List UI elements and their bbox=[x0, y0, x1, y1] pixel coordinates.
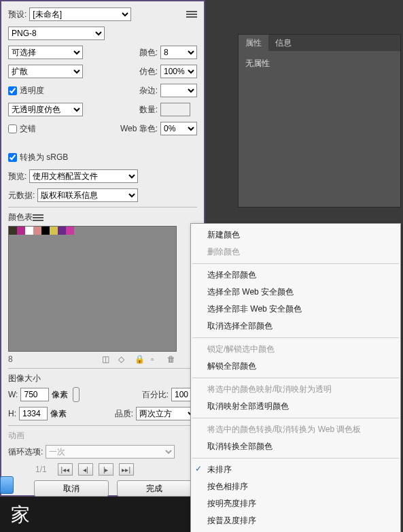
mi-unshift-all[interactable]: 取消转换全部颜色 bbox=[191, 438, 400, 455]
mi-select-all[interactable]: 选择全部颜色 bbox=[191, 267, 400, 284]
quality-select[interactable]: 两次立方 bbox=[136, 407, 197, 420]
websnap-label: Web 靠色: bbox=[120, 123, 158, 135]
frame-indicator: 1/1 bbox=[35, 465, 47, 474]
quality-label: 品质: bbox=[115, 408, 133, 420]
trash-icon[interactable]: 🗑 bbox=[167, 354, 177, 364]
mi-sort-lum[interactable]: 按明亮度排序 bbox=[191, 495, 400, 512]
mi-unmap-all[interactable]: 取消映射全部透明颜色 bbox=[191, 398, 400, 415]
color-table-context-menu: 新建颜色 删除颜色 选择全部颜色 选择全部 Web 安全颜色 选择全部非 Web… bbox=[190, 223, 401, 532]
trans-dither-select[interactable]: 无透明度仿色 bbox=[8, 103, 83, 116]
mi-unlock-all[interactable]: 解锁全部颜色 bbox=[191, 358, 400, 375]
mi-select-web[interactable]: 选择全部 Web 安全颜色 bbox=[191, 284, 400, 301]
done-button[interactable]: 完成 bbox=[117, 480, 192, 497]
colors-select[interactable]: 8 bbox=[160, 46, 197, 59]
color-swatch[interactable] bbox=[25, 227, 33, 235]
color-swatch[interactable] bbox=[33, 227, 41, 235]
metadata-select[interactable]: 版权和联系信息 bbox=[37, 188, 138, 202]
color-swatch[interactable] bbox=[41, 227, 50, 235]
matte-label: 杂边: bbox=[139, 85, 158, 97]
mi-sort-pop[interactable]: 按普及度排序 bbox=[191, 512, 400, 529]
format-select[interactable]: PNG-8 bbox=[8, 27, 105, 40]
format-row: PNG-8 bbox=[8, 26, 197, 41]
dither-label: 仿色: bbox=[139, 66, 158, 78]
color-swatch[interactable] bbox=[58, 227, 66, 235]
interlace-label: 交错 bbox=[20, 123, 36, 135]
mi-sort-hue[interactable]: 按色相排序 bbox=[191, 478, 400, 495]
srgb-label: 转换为 sRGB bbox=[20, 152, 68, 163]
websafe-toggle-icon[interactable]: ◫ bbox=[102, 354, 111, 364]
percent-label: 百分比: bbox=[142, 389, 169, 401]
preset-label: 预设: bbox=[8, 9, 27, 20]
mi-delete-color: 删除颜色 bbox=[191, 244, 400, 261]
preset-row: 预设: [未命名] bbox=[8, 7, 197, 22]
background-watermark: 家 bbox=[0, 497, 205, 532]
first-frame-button: |◂◂ bbox=[58, 463, 73, 476]
trans-amount-input bbox=[160, 103, 190, 116]
metadata-label: 元数据: bbox=[8, 190, 35, 201]
interlace-checkbox[interactable] bbox=[8, 124, 17, 133]
preview-label: 预览: bbox=[8, 171, 27, 182]
color-swatch[interactable] bbox=[9, 227, 17, 235]
save-for-web-options-panel: 预设: [未命名] PNG-8 可选择 颜色: 8 扩散 仿色: 100% 透明… bbox=[0, 0, 205, 497]
transparency-checkbox[interactable] bbox=[8, 86, 17, 95]
width-input[interactable] bbox=[20, 388, 49, 401]
mi-unsorted[interactable]: 未排序 bbox=[191, 461, 400, 478]
properties-panel: 属性 信息 无属性 bbox=[238, 34, 401, 207]
preset-select[interactable]: [未命名] bbox=[29, 7, 131, 21]
dither-algo-select[interactable]: 扩散 bbox=[8, 65, 83, 78]
color-table[interactable] bbox=[8, 226, 177, 352]
next-frame-button: |▸ bbox=[99, 463, 113, 476]
color-table-label: 颜色表 bbox=[8, 212, 33, 223]
px-label-1: 像素 bbox=[52, 389, 68, 401]
prev-frame-button: ◂| bbox=[78, 463, 93, 476]
transparency-label: 透明度 bbox=[20, 85, 44, 97]
colors-label: 颜色: bbox=[139, 47, 158, 59]
color-table-footer: 8 ◫ ◇ 🔒 ▫ 🗑 bbox=[8, 354, 177, 364]
color-swatch[interactable] bbox=[66, 227, 74, 235]
animation-label: 动画 bbox=[8, 430, 197, 442]
width-label: W: bbox=[8, 390, 18, 399]
cancel-button[interactable]: 取消 bbox=[34, 480, 109, 497]
mi-select-nonweb[interactable]: 选择全部非 Web 安全颜色 bbox=[191, 301, 400, 318]
mi-lock: 锁定/解锁选中颜色 bbox=[191, 341, 400, 358]
srgb-checkbox[interactable] bbox=[8, 153, 17, 162]
new-swatch-icon[interactable]: ▫ bbox=[151, 354, 160, 364]
lock-icon[interactable]: 🔒 bbox=[135, 354, 144, 364]
matte-select[interactable] bbox=[160, 84, 197, 97]
image-size-label: 图像大小 bbox=[8, 373, 197, 384]
websnap-select[interactable]: 0% bbox=[160, 122, 197, 135]
mi-new-color[interactable]: 新建颜色 bbox=[191, 227, 400, 244]
properties-body: 无属性 bbox=[239, 51, 400, 76]
tab-info[interactable]: 信息 bbox=[268, 35, 298, 51]
px-label-2: 像素 bbox=[50, 408, 67, 420]
color-swatch[interactable] bbox=[17, 227, 25, 235]
link-dimensions-icon[interactable] bbox=[73, 387, 80, 402]
height-label: H: bbox=[8, 409, 16, 418]
color-table-flyout-icon[interactable] bbox=[33, 213, 43, 222]
tab-properties[interactable]: 属性 bbox=[239, 35, 268, 51]
loop-label: 循环选项: bbox=[8, 446, 43, 458]
preset-flyout-icon[interactable] bbox=[186, 10, 197, 19]
loop-select: 一次 bbox=[46, 445, 175, 459]
height-input[interactable] bbox=[19, 407, 48, 420]
trans-amount-label: 数量: bbox=[139, 104, 158, 116]
reduction-select[interactable]: 可选择 bbox=[8, 46, 83, 59]
transparency-map-icon[interactable]: ◇ bbox=[118, 354, 128, 364]
mi-deselect-all[interactable]: 取消选择全部颜色 bbox=[191, 318, 400, 335]
mi-shift-web: 将选中的颜色转换/取消转换为 Web 调色板 bbox=[191, 421, 400, 438]
preview-select[interactable]: 使用文档配置文件 bbox=[29, 169, 138, 183]
mi-map-trans: 将选中的颜色映射/取消映射为透明 bbox=[191, 381, 400, 398]
last-frame-button: ▸▸| bbox=[119, 463, 134, 476]
color-swatch[interactable] bbox=[50, 227, 58, 235]
dither-amount-select[interactable]: 100% bbox=[160, 65, 197, 78]
color-count: 8 bbox=[8, 354, 13, 364]
